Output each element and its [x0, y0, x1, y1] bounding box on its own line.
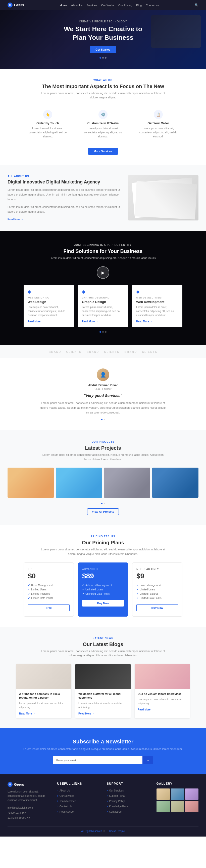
footer-support-link[interactable]: Our Services — [109, 789, 124, 792]
blogs-label: Latest News — [7, 637, 199, 640]
services-dot-2[interactable] — [102, 331, 104, 333]
pricing-cta-2[interactable]: Buy Now — [136, 604, 178, 611]
about-read-more[interactable]: Read More — [7, 218, 24, 221]
blog-link-2[interactable]: Read More — [138, 708, 154, 711]
about-text-2: Lorem ipsum dolor sit amet, consectetur … — [7, 205, 121, 214]
solutions-label: Just Beginning is a Perfect Entity — [7, 244, 199, 246]
testimonial-dot-1[interactable] — [101, 419, 103, 420]
footer-bottom: All Right Reserved © ITGeeks People — [7, 827, 199, 833]
services-dots — [7, 331, 199, 333]
footer-support-link[interactable]: Contact Us — [109, 810, 121, 813]
gallery-thumb-3[interactable] — [185, 788, 199, 800]
pricing-features-0: Basic ManagementLimited UsersLimited Fea… — [28, 583, 70, 600]
pricing-feature: Limited Features — [28, 592, 70, 596]
pricing-feature: Limited Data Points — [28, 596, 70, 600]
pricing-cards: Free $0 Basic ManagementLimited UsersLim… — [15, 562, 191, 617]
footer: G Geers Lorem ipsum dolor sit amet, cons… — [0, 774, 206, 837]
footer-useful-link[interactable]: Our Services — [60, 795, 74, 797]
testimonial-dot-2[interactable] — [104, 419, 105, 420]
feature-title-2: Get Your Order — [137, 122, 179, 125]
gallery-thumb-5[interactable] — [171, 801, 184, 812]
services-dot-1[interactable] — [100, 331, 101, 333]
footer-logo: G Geers — [7, 782, 50, 787]
feature-card-1: ⚙️ Customize in ITGeeks Lorem ipsum dolo… — [78, 106, 128, 143]
nav-link-blog[interactable]: Blog — [136, 4, 142, 7]
solutions-section: Just Beginning is a Perfect Entity Find … — [0, 231, 206, 345]
project-image-1[interactable] — [7, 468, 54, 498]
service-link-0[interactable]: Read More — [28, 320, 44, 323]
pricing-features-1: Advanced ManagementUnlimited UsersUnlimi… — [82, 583, 124, 596]
nav-link-services[interactable]: Services — [87, 4, 97, 7]
pricing-card-0: Free $0 Basic ManagementLimited UsersLim… — [24, 562, 74, 617]
blog-text-0: Lorem ipsum dolor sit amet consectetur a… — [19, 702, 68, 709]
footer-support-link[interactable]: Knowledge Base — [109, 805, 128, 808]
gallery-thumb-2[interactable] — [171, 788, 184, 800]
search-icon[interactable]: 🔍 — [195, 3, 199, 7]
nav-link-our-works[interactable]: Our Works — [101, 4, 114, 7]
nav-link-about-us[interactable]: About Us — [71, 4, 82, 7]
service-text-2: Lorem ipsum dolor sit amet, consectetur … — [136, 305, 178, 317]
nav-link-our-pricing[interactable]: Our Pricing — [118, 4, 132, 7]
testimonial-name: Abdul Rahman Divar — [7, 383, 199, 387]
pricing-label: Pricing Tables — [7, 535, 199, 538]
feature-icon-2: 📋 — [154, 110, 163, 119]
project-image-3[interactable] — [104, 468, 150, 498]
gallery-thumb-4[interactable] — [157, 801, 170, 812]
about-image-placeholder — [128, 175, 199, 220]
pricing-feature: Advanced Management — [82, 583, 124, 587]
nav-link-contact-us[interactable]: Contact us — [146, 4, 159, 7]
footer-logo-icon: G — [7, 782, 12, 787]
blog-link-1[interactable]: Read More — [78, 712, 95, 715]
footer-gallery-col: Gallery — [157, 782, 199, 820]
footer-useful-link[interactable]: Team Member — [60, 800, 76, 803]
nav-link-home[interactable]: Home — [60, 4, 67, 7]
newsletter-email-input[interactable] — [53, 756, 142, 764]
hero-dot-2[interactable] — [102, 57, 104, 59]
brand-logo-1: CLIENTS — [66, 350, 82, 353]
gallery-thumb-6[interactable] — [185, 801, 199, 812]
gallery-thumb-1[interactable] — [157, 788, 170, 800]
service-card-1: ◆ Graphic Designing Graphic Design Lorem… — [78, 285, 128, 327]
newsletter-title: Subscribe a Newsletter — [7, 738, 199, 745]
about-text-1: Lorem ipsum dolor sit amet, consectetur … — [7, 187, 121, 202]
pricing-cta-1[interactable]: Buy Now — [82, 600, 124, 607]
hero-dot-3[interactable] — [105, 57, 106, 59]
hero-section: Creative People Technology We Start Here… — [0, 10, 206, 69]
blog-title-2: Duo ne veniam labore liberavisse — [138, 692, 187, 696]
footer-useful-link[interactable]: About Us — [60, 789, 70, 792]
view-all-projects-button[interactable]: View All Projects — [87, 508, 119, 515]
blog-link-0[interactable]: Read More — [19, 712, 35, 715]
hero-dot-1[interactable] — [100, 57, 101, 59]
hero-cta-button[interactable]: Get Started — [90, 46, 116, 53]
feature-card-0: 👆 Order By Touch Lorem ipsum dolor sit a… — [23, 106, 73, 143]
pricing-title: Our Pricing Plans — [7, 539, 199, 546]
nav-logo[interactable]: G Geers — [7, 2, 24, 7]
service-label-2: Web Development — [136, 297, 178, 299]
what-we-do-title: The Most Important Aspect is to Focus on… — [7, 83, 199, 90]
service-text-1: Lorem ipsum dolor sit amet, consectetur … — [82, 305, 124, 317]
more-services-button[interactable]: More Services — [88, 148, 118, 155]
project-image-4[interactable] — [152, 468, 199, 498]
footer-useful-link[interactable]: Contact Us — [60, 805, 72, 808]
project-image-2[interactable] — [56, 468, 102, 498]
pricing-cta-0[interactable]: Free — [28, 604, 70, 611]
projects-label: Our Projects — [7, 440, 199, 443]
newsletter-submit-button[interactable]: → — [142, 756, 153, 764]
service-link-2[interactable]: Read More — [136, 320, 152, 323]
brand-logo-4: BRAND — [124, 350, 137, 353]
footer-useful-link[interactable]: Read Advisor — [60, 810, 74, 813]
hero-title-line2: Plan Your Business — [64, 33, 142, 42]
service-title-1: Graphic Design — [82, 300, 124, 304]
testimonial-quote: "Very good Services" — [7, 393, 199, 398]
service-link-1[interactable]: Read More — [82, 320, 98, 323]
pricing-feature: Limited Features — [136, 592, 178, 596]
blog-title-1: We design platform for all global custom… — [78, 692, 128, 700]
play-button[interactable]: ▶ — [97, 266, 109, 279]
project-dot-1[interactable] — [101, 503, 103, 504]
footer-support-link[interactable]: Support Portal — [109, 795, 125, 797]
project-dot-2[interactable] — [104, 503, 105, 504]
blog-content-2: Duo ne veniam labore liberavisse Lorem i… — [135, 689, 190, 714]
footer-support-link[interactable]: Privacy Policy — [109, 800, 125, 803]
services-dot-3[interactable] — [105, 331, 106, 333]
pricing-plan-name-1: Advanced — [82, 568, 124, 570]
